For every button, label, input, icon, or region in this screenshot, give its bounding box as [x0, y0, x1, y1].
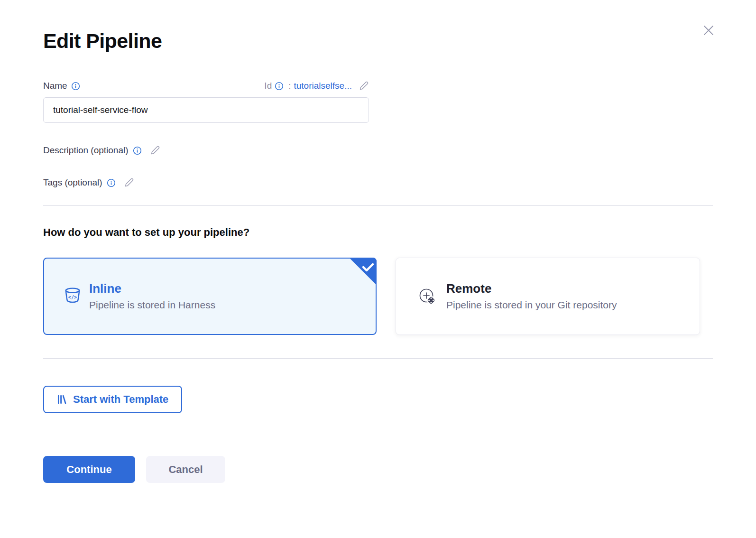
remote-git-store-icon — [417, 286, 438, 307]
cancel-button[interactable]: Cancel — [146, 456, 225, 483]
option-card-remote[interactable]: Remote Pipeline is stored in your Git re… — [396, 258, 700, 335]
svg-text:</>: </> — [68, 294, 77, 299]
description-row: Description (optional) — [43, 145, 369, 156]
template-library-icon — [57, 394, 67, 405]
name-id-row: Name Id : — [43, 81, 369, 91]
name-label: Name — [43, 81, 67, 91]
info-icon[interactable] — [107, 178, 116, 187]
pipeline-name-input[interactable] — [43, 97, 369, 123]
continue-button[interactable]: Continue — [43, 456, 135, 483]
tags-row: Tags (optional) — [43, 177, 369, 188]
edit-id-icon[interactable] — [359, 81, 369, 91]
inline-harness-store-icon: </> — [63, 287, 82, 306]
section-divider — [43, 358, 713, 359]
option-card-inline[interactable]: </> Inline Pipeline is stored in Harness — [43, 258, 377, 335]
dialog-title: Edit Pipeline — [43, 29, 713, 52]
close-button[interactable] — [700, 22, 717, 39]
edit-pipeline-dialog: Edit Pipeline Name Id — [0, 0, 756, 538]
option-title-inline: Inline — [89, 282, 215, 296]
store-type-options: </> Inline Pipeline is stored in Harness — [43, 258, 713, 335]
id-label: Id — [264, 81, 272, 91]
setup-question: How do you want to set up your pipeline? — [43, 226, 713, 239]
id-separator: : — [288, 81, 291, 91]
tags-label: Tags (optional) — [43, 177, 102, 188]
dialog-footer: Continue Cancel — [43, 456, 713, 483]
pipeline-id-group: Id : tutorialselfse... — [264, 81, 369, 91]
edit-tags-icon[interactable] — [124, 177, 134, 188]
option-description-inline: Pipeline is stored in Harness — [89, 299, 215, 311]
info-icon[interactable] — [275, 82, 284, 91]
info-icon[interactable] — [71, 82, 80, 91]
start-with-template-button[interactable]: Start with Template — [43, 386, 182, 413]
edit-description-icon[interactable] — [150, 145, 160, 156]
option-title-remote: Remote — [446, 282, 617, 296]
selected-checkmark-icon — [349, 258, 377, 285]
section-divider — [43, 205, 713, 206]
option-description-remote: Pipeline is stored in your Git repositor… — [446, 299, 617, 311]
close-icon — [701, 22, 717, 38]
info-icon[interactable] — [133, 146, 142, 155]
pipeline-id-value[interactable]: tutorialselfse... — [294, 81, 352, 91]
description-label: Description (optional) — [43, 145, 129, 156]
start-with-template-label: Start with Template — [73, 393, 168, 406]
